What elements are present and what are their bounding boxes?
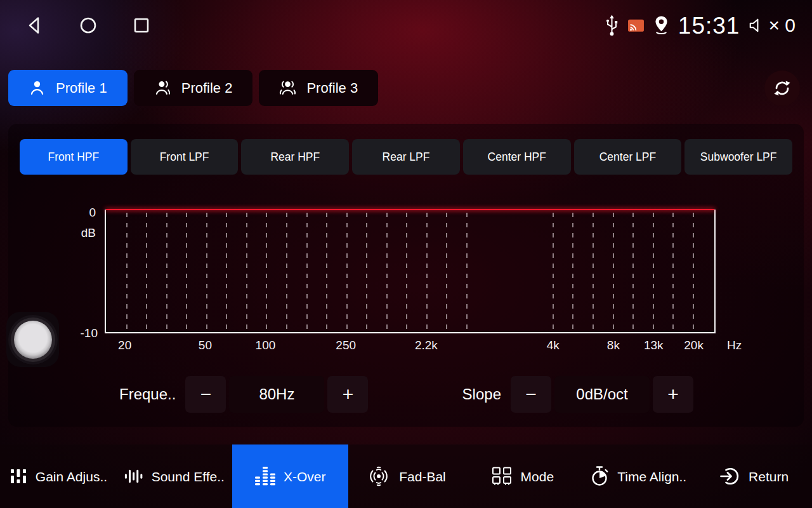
profile-row: Profile 1 Profile 2 Profile 3: [8, 70, 800, 106]
nav-label: X-Over: [284, 470, 326, 483]
gridline: [186, 213, 187, 331]
nav-return[interactable]: Return: [696, 444, 812, 508]
slope-plus-button[interactable]: +: [653, 376, 693, 413]
tab-rear-hpf[interactable]: Rear HPF: [241, 139, 349, 175]
tab-center-hpf[interactable]: Center HPF: [463, 139, 571, 175]
frequency-plus-button[interactable]: +: [327, 376, 368, 413]
slope-control: Slope − 0dB/oct +: [462, 376, 693, 413]
tab-front-lpf[interactable]: Front LPF: [131, 139, 239, 175]
refresh-button[interactable]: [764, 70, 800, 106]
x-tick-label: 8k: [607, 338, 620, 352]
gridline: [366, 213, 367, 331]
gridline: [126, 213, 128, 331]
gain-adjust-icon: [9, 467, 28, 486]
profile-1-button[interactable]: Profile 1: [8, 70, 128, 106]
floating-assist-button[interactable]: [6, 312, 59, 367]
x-axis-ticks: 20501002502.2k4k8k13k20k: [105, 338, 716, 354]
x-tick-label: 250: [336, 338, 356, 352]
nav-sound-effects[interactable]: Sound Effe..: [116, 444, 232, 508]
frequency-minus-button[interactable]: −: [185, 376, 226, 413]
xover-panel: Front HPF Front LPF Rear HPF Rear LPF Ce…: [8, 124, 804, 427]
frequency-label: Freque..: [119, 385, 176, 403]
gridline: [693, 213, 694, 331]
frequency-response-chart: 0 dB -10 20501002502.2k4k8k13k20k Hz: [105, 210, 716, 333]
gridline: [426, 213, 428, 331]
nav-mode[interactable]: Mode: [464, 444, 580, 508]
nav-label: Time Align..: [617, 470, 686, 483]
gridline: [326, 213, 327, 331]
profile-label: Profile 3: [306, 80, 358, 97]
gridline: [466, 213, 468, 331]
filter-tabs: Front HPF Front LPF Rear HPF Rear LPF Ce…: [20, 139, 792, 175]
recents-button[interactable]: [131, 15, 152, 36]
x-tick-label: 20k: [684, 338, 704, 352]
nav-label: Return: [749, 470, 789, 483]
users-3-icon: [279, 79, 296, 97]
x-tick-label: 13k: [644, 338, 664, 352]
gridline: [613, 213, 614, 331]
home-button[interactable]: [77, 15, 99, 36]
slope-value: 0dB/oct: [554, 376, 650, 413]
gridline: [206, 213, 207, 331]
gridline: [672, 213, 674, 331]
gridline: [146, 213, 147, 331]
knob-ball-icon: [14, 321, 52, 359]
home-icon: [77, 15, 99, 36]
fader-balance-icon: [366, 465, 391, 487]
tab-center-lpf[interactable]: Center LPF: [574, 139, 682, 175]
time-alignment-icon: [589, 465, 610, 487]
back-icon: [24, 15, 46, 36]
tab-rear-lpf[interactable]: Rear LPF: [352, 139, 460, 175]
gridline: [246, 213, 247, 331]
system-nav: [24, 15, 152, 36]
y-axis-unit: dB: [81, 226, 96, 240]
slope-minus-button[interactable]: −: [511, 376, 551, 413]
x-axis-unit: Hz: [727, 338, 742, 352]
x-tick-label: 2.2k: [415, 338, 438, 352]
x-tick-label: 4k: [547, 338, 560, 352]
profile-2-button[interactable]: Profile 2: [134, 70, 253, 106]
xover-screen: 15:31 × 0 Profile 1 Profi: [0, 0, 812, 508]
gridline: [286, 213, 287, 331]
volume-level: × 0: [768, 16, 796, 35]
status-bar: 15:31 × 0: [0, 0, 812, 51]
nav-label: Mode: [521, 470, 554, 483]
clock: 15:31: [678, 14, 740, 37]
x-tick-label: 100: [256, 338, 276, 352]
slope-label: Slope: [462, 385, 501, 403]
gridline: [446, 213, 447, 331]
gridline: [386, 213, 388, 331]
location-icon: [653, 15, 670, 36]
nav-fad-bal[interactable]: Fad-Bal: [348, 444, 464, 508]
status-icons: 15:31 × 0: [605, 14, 796, 37]
nav-time-align[interactable]: Time Align..: [580, 444, 696, 508]
usb-icon: [605, 14, 619, 37]
nav-label: Gain Adjus..: [36, 470, 107, 483]
nav-xover[interactable]: X-Over: [232, 444, 348, 508]
profile-label: Profile 1: [56, 80, 107, 97]
volume-muted-icon: [748, 17, 766, 34]
gridline: [572, 213, 573, 331]
user-icon: [29, 79, 46, 97]
nav-gain-adjust[interactable]: Gain Adjus..: [0, 444, 116, 508]
cast-icon: [627, 18, 645, 33]
x-tick-label: 20: [118, 338, 131, 352]
gridline: [593, 213, 594, 331]
tab-subwoofer-lpf[interactable]: Subwoofer LPF: [684, 139, 792, 175]
volume-status: × 0: [748, 16, 796, 35]
gridline: [306, 213, 308, 331]
plot-area: [105, 210, 716, 333]
mode-grid-icon: [490, 466, 513, 486]
sound-effects-icon: [124, 467, 144, 486]
gridline: [406, 213, 407, 331]
tab-front-hpf[interactable]: Front HPF: [20, 139, 128, 175]
response-curve: [106, 209, 714, 210]
frequency-value: 80Hz: [229, 376, 324, 413]
gridline: [553, 213, 554, 331]
users-2-icon: [154, 79, 171, 97]
back-button[interactable]: [24, 15, 46, 36]
profile-3-button[interactable]: Profile 3: [259, 70, 378, 106]
y-axis-min-label: -10: [81, 326, 98, 340]
y-axis-max-label: 0: [89, 206, 96, 220]
profile-label: Profile 2: [181, 80, 233, 97]
